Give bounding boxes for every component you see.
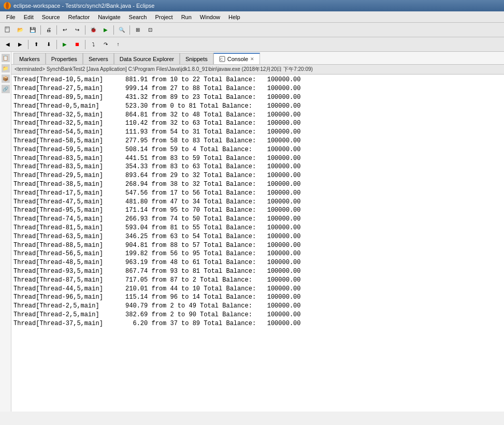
console-line: Thread[Thread-0,5,main] 523.30 from 0 to… xyxy=(13,102,502,111)
console-line: Thread[Thread-93,5,main] 867.74 from 93 … xyxy=(13,267,502,276)
separator-2 xyxy=(56,25,57,35)
console-line: Thread[Thread-56,5,main] 199.82 from 56 … xyxy=(13,250,502,258)
title-bar: eclipse-workspace - Test/src/synch2/Bank… xyxy=(0,0,504,11)
eclipse-icon xyxy=(3,2,11,10)
console-line: Thread[Thread-58,5,main] 277.95 from 58 … xyxy=(13,137,502,145)
separator-5 xyxy=(129,25,130,35)
menu-file[interactable]: File xyxy=(2,13,20,21)
menu-navigate[interactable]: Navigate xyxy=(94,13,124,21)
forward-button[interactable]: ▶ xyxy=(15,39,26,50)
left-icon-2[interactable]: 📁 xyxy=(2,64,10,72)
console-line: Thread[Thread-88,5,main] 904.81 from 88 … xyxy=(13,241,502,250)
window-title: eclipse-workspace - Test/src/synch2/Bank… xyxy=(13,3,154,9)
main-layout: 📋 📁 📦 🔗 Markers Properties Servers Data … xyxy=(0,52,504,412)
stop-button[interactable]: ⏹ xyxy=(71,39,83,50)
search-button[interactable]: 🔍 xyxy=(116,24,127,36)
toolbar-2: ◀ ▶ ⬆ ⬇ ▶ ⏹ ⤵ ↷ ↑ xyxy=(0,37,504,52)
console-line: Thread[Thread-10,5,main] 881.91 from 10 … xyxy=(13,76,502,84)
menu-project[interactable]: Project xyxy=(151,13,177,21)
run-button[interactable]: ▶ xyxy=(100,24,111,36)
console-line: Thread[Thread-87,5,main] 717.05 from 87 … xyxy=(13,276,502,285)
back-button[interactable]: ◀ xyxy=(2,39,13,50)
separator-6 xyxy=(28,40,28,49)
console-line: Thread[Thread-96,5,main] 115.14 from 96 … xyxy=(13,293,502,302)
console-line: Thread[Thread-17,5,main] 547.56 from 17 … xyxy=(13,189,502,198)
redo-button[interactable]: ↪ xyxy=(71,24,83,36)
console-line: Thread[Thread-29,5,main] 893.64 from 29 … xyxy=(13,171,502,180)
console-line: Thread[Thread-74,5,main] 266.93 from 74 … xyxy=(13,215,502,224)
console-line: Thread[Thread-37,5,main] 6.20 from 37 to… xyxy=(13,319,502,328)
svg-text:C: C xyxy=(220,57,223,61)
left-icon-4[interactable]: 🔗 xyxy=(2,85,10,93)
console-line: Thread[Thread-48,5,main] 963.19 from 48 … xyxy=(13,258,502,267)
left-icon-3[interactable]: 📦 xyxy=(2,75,10,83)
menu-search[interactable]: Search xyxy=(125,13,151,21)
menu-bar: File Edit Source Refactor Navigate Searc… xyxy=(0,11,504,23)
console-line: Thread[Thread-32,5,main] 110.42 from 32 … xyxy=(13,119,502,128)
next-edit-button[interactable]: ⬇ xyxy=(43,39,54,50)
console-line: Thread[Thread-27,5,main] 999.14 from 27 … xyxy=(13,84,502,93)
tab-console[interactable]: C Console ✕ xyxy=(213,53,260,64)
step-over-button[interactable]: ↷ xyxy=(100,39,111,50)
menu-help[interactable]: Help xyxy=(224,13,244,21)
separator-1 xyxy=(40,25,41,35)
menu-source[interactable]: Source xyxy=(38,13,64,21)
step-into-button[interactable]: ⤵ xyxy=(88,39,99,50)
tab-servers-label: Servers xyxy=(89,56,108,62)
console-icon: C xyxy=(219,56,225,62)
menu-edit[interactable]: Edit xyxy=(20,13,38,21)
tab-markers-label: Markers xyxy=(19,56,40,62)
menu-window[interactable]: Window xyxy=(196,13,224,21)
separator-7 xyxy=(56,40,57,49)
tab-markers[interactable]: Markers xyxy=(13,53,46,64)
perspectives-button[interactable]: ⊡ xyxy=(145,24,156,36)
console-line: Thread[Thread-59,5,main] 508.14 from 59 … xyxy=(13,145,502,154)
separator-3 xyxy=(85,25,85,35)
separator-4 xyxy=(113,25,114,35)
tab-datasource[interactable]: Data Source Explorer xyxy=(114,53,180,64)
tab-properties[interactable]: Properties xyxy=(46,53,83,64)
tab-properties-label: Properties xyxy=(51,56,77,62)
console-line: Thread[Thread-63,5,main] 346.25 from 63 … xyxy=(13,232,502,241)
new-button[interactable] xyxy=(2,24,13,36)
console-line: Thread[Thread-95,5,main] 171.14 from 95 … xyxy=(13,206,502,215)
tab-console-close[interactable]: ✕ xyxy=(250,56,254,62)
svg-point-1 xyxy=(6,2,9,9)
console-line: Thread[Thread-81,5,main] 593.04 from 81 … xyxy=(13,224,502,232)
console-line: Thread[Thread-54,5,main] 111.93 from 54 … xyxy=(13,128,502,137)
step-return-button[interactable]: ↑ xyxy=(112,39,124,50)
console-line: Thread[Thread-83,5,main] 441.51 from 83 … xyxy=(13,154,502,163)
console-body[interactable]: Thread[Thread-10,5,main] 881.91 from 10 … xyxy=(11,75,504,412)
console-line: Thread[Thread-2,5,main] 382.69 from 2 to… xyxy=(13,311,502,319)
menu-refactor[interactable]: Refactor xyxy=(64,13,94,21)
right-content: Markers Properties Servers Data Source E… xyxy=(11,52,504,412)
tab-snippets-label: Snippets xyxy=(185,56,208,62)
print-button[interactable]: 🖨 xyxy=(43,24,54,36)
toolbar-1: 📂 💾 🖨 ↩ ↪ 🐞 ▶ 🔍 ⊞ ⊡ xyxy=(0,23,504,37)
run2-button[interactable]: ▶ xyxy=(59,39,70,50)
open-button[interactable]: 📂 xyxy=(15,24,26,36)
separator-8 xyxy=(85,40,85,49)
undo-button[interactable]: ↩ xyxy=(59,24,70,36)
console-line: Thread[Thread-47,5,main] 481.80 from 47 … xyxy=(13,198,502,207)
tab-console-label: Console xyxy=(227,56,248,62)
console-line: Thread[Thread-89,5,main] 431.32 from 89 … xyxy=(13,93,502,102)
left-icon-1[interactable]: 📋 xyxy=(2,54,10,62)
tab-snippets[interactable]: Snippets xyxy=(180,53,213,64)
console-line: Thread[Thread-38,5,main] 268.94 from 38 … xyxy=(13,180,502,189)
debug-button[interactable]: 🐞 xyxy=(88,24,99,36)
save-button[interactable]: 💾 xyxy=(27,24,38,36)
left-panel: 📋 📁 📦 🔗 xyxy=(0,52,11,412)
new-icon xyxy=(4,26,11,34)
console-header: <terminated> SynchBankTest2 [Java Applic… xyxy=(11,65,504,75)
prev-edit-button[interactable]: ⬆ xyxy=(31,39,42,50)
menu-run[interactable]: Run xyxy=(177,13,196,21)
console-line: Thread[Thread-2,5,main] 940.79 from 2 to… xyxy=(13,302,502,311)
console-line: Thread[Thread-44,5,main] 210.01 from 44 … xyxy=(13,285,502,294)
tab-datasource-label: Data Source Explorer xyxy=(120,56,174,62)
perspective-button[interactable]: ⊞ xyxy=(132,24,143,36)
console-header-text: <terminated> SynchBankTest2 [Java Applic… xyxy=(15,66,313,73)
tab-servers[interactable]: Servers xyxy=(83,53,114,64)
svg-rect-2 xyxy=(5,27,9,32)
tab-area: Markers Properties Servers Data Source E… xyxy=(11,52,504,65)
